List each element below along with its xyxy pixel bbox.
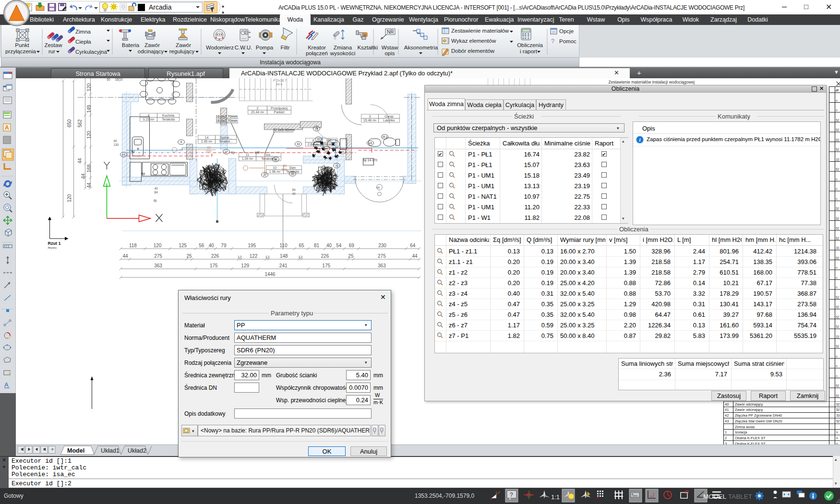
svg-text:52: 52 [836, 296, 840, 299]
svg-text:opis: opis [384, 50, 395, 56]
svg-text:Kuchnia: Kuchnia [162, 114, 174, 117]
svg-text:hp: hp [231, 151, 235, 155]
svg-text:Opcje: Opcje [559, 28, 574, 34]
svg-text:52: 52 [836, 119, 840, 122]
svg-text:3: 3 [369, 115, 371, 118]
svg-text:Gos...: Gos... [264, 153, 273, 156]
svg-text:Obliczenia: Obliczenia [517, 42, 543, 48]
svg-text:odcinający: odcinający [138, 48, 164, 54]
svg-text:Wodomierz: Wodomierz [206, 45, 234, 50]
svg-text:A: A [4, 381, 9, 388]
svg-text:Terakota: Terakota [162, 118, 175, 121]
svg-text:129: 129 [241, 263, 249, 268]
svg-text:n: n [836, 374, 838, 378]
svg-text:120: 120 [67, 194, 72, 202]
svg-text:33: 33 [836, 414, 840, 417]
svg-text:n: n [836, 178, 838, 181]
svg-text:n: n [836, 436, 838, 440]
svg-text:41: 41 [725, 408, 729, 412]
svg-text:42: 42 [725, 413, 729, 418]
svg-text:LW: LW [255, 151, 260, 154]
svg-text:25.1: 25.1 [382, 135, 387, 138]
svg-text:120: 120 [86, 131, 92, 139]
svg-text:18|10: 18|10 [115, 78, 123, 82]
svg-text:Arcadia: Arcadia [149, 3, 172, 11]
svg-text:175: 175 [322, 263, 330, 268]
svg-text:23: 23 [315, 127, 318, 130]
svg-text:363: 363 [378, 263, 386, 268]
svg-text:hp: hp [132, 150, 135, 154]
svg-text:44: 44 [81, 173, 86, 179]
svg-text:Zestawienie materiałów instala: Zestawienie materiałów instalacji wodoci… [609, 80, 695, 84]
svg-text:Kreator: Kreator [308, 45, 326, 50]
svg-text:Zawór: Zawór [176, 42, 191, 48]
svg-text:Zawór odcinający: Zawór odcinający [735, 402, 763, 407]
svg-text:Złączka Stal Gwint GW DN20: Złączka Stal Gwint GW DN20 [735, 419, 782, 423]
svg-text:52: 52 [836, 345, 840, 348]
svg-text:275: 275 [154, 253, 162, 259]
svg-text:650: 650 [67, 119, 72, 127]
svg-text:Bateria: Bateria [122, 42, 140, 48]
svg-text:n: n [836, 355, 838, 358]
svg-text:Zmiana: Zmiana [334, 45, 352, 50]
svg-text:n: n [836, 108, 838, 112]
svg-text:54: 54 [336, 243, 342, 248]
svg-text:regulujący: regulujący [169, 48, 195, 54]
svg-text:52: 52 [836, 168, 840, 171]
svg-text:14: 14 [205, 136, 209, 139]
svg-text:11: 11 [246, 153, 249, 156]
svg-text:241: 241 [279, 263, 288, 268]
svg-text:Wykaz elementów: Wykaz elementów [451, 38, 496, 44]
svg-text:Cyrkulacyjna: Cyrkulacyjna [75, 49, 107, 55]
svg-text:59: 59 [292, 188, 296, 192]
svg-text:P 2x18.7: P 2x18.7 [274, 79, 287, 82]
svg-text:9: 9 [312, 139, 314, 142]
svg-text:175: 175 [210, 263, 218, 268]
svg-text:33: 33 [836, 246, 840, 250]
svg-text:Spizar...: Spizar... [220, 136, 232, 140]
svg-text:32.0x5.40mm: 32.0x5.40mm [273, 128, 295, 132]
svg-text:20.44 m²: 20.44 m² [251, 110, 264, 114]
svg-text:52: 52 [836, 128, 840, 132]
svg-text:Aksonometria: Aksonometria [404, 45, 438, 50]
svg-text:Izolacja: Izolacja [735, 430, 747, 434]
svg-text:?: ? [510, 492, 513, 498]
svg-text:44: 44 [122, 253, 128, 259]
svg-text:cr1: cr1 [122, 153, 126, 156]
svg-text:44: 44 [412, 253, 418, 259]
svg-text:52: 52 [836, 325, 840, 328]
svg-text:149: 149 [86, 105, 92, 113]
svg-text:przyłączenia: przyłączenia [5, 48, 36, 54]
svg-text:MODEL: MODEL [703, 493, 727, 500]
svg-text:69: 69 [349, 243, 355, 248]
svg-text:Garaz: Garaz [384, 115, 394, 118]
svg-text:60: 60 [107, 78, 111, 81]
svg-text:Zawór: Zawór [144, 42, 160, 48]
svg-text:52: 52 [836, 315, 840, 319]
svg-text:230: 230 [378, 243, 386, 248]
svg-text:Dobór elementów: Dobór elementów [451, 48, 495, 54]
svg-text:120: 120 [86, 83, 92, 91]
svg-text:12: 12 [238, 255, 242, 259]
svg-text:110: 110 [280, 243, 288, 248]
svg-text:52: 52 [836, 207, 840, 210]
svg-text:34.0: 34.0 [276, 83, 283, 86]
svg-text:43: 43 [725, 419, 729, 423]
svg-text:40: 40 [292, 192, 296, 195]
svg-text:52: 52 [836, 148, 840, 151]
svg-text:Przedpokój: Przedpokój [271, 107, 288, 110]
svg-text:Kształtki: Kształtki [358, 45, 378, 50]
svg-text:22: 22 [291, 172, 294, 175]
svg-text:52: 52 [836, 227, 840, 230]
svg-text:40: 40 [114, 139, 118, 143]
svg-text:?: ? [551, 37, 554, 45]
svg-text:n: n [836, 276, 838, 279]
svg-text:10: 10 [273, 166, 277, 169]
svg-text:130: 130 [114, 143, 119, 146]
svg-text:52: 52 [836, 138, 840, 142]
svg-text:Model: Model [67, 447, 84, 454]
svg-text:Terakot...: Terakot... [219, 140, 233, 143]
svg-text:rur: rur [48, 48, 55, 54]
svg-text:80: 80 [207, 146, 211, 149]
svg-text:n: n [836, 99, 838, 102]
